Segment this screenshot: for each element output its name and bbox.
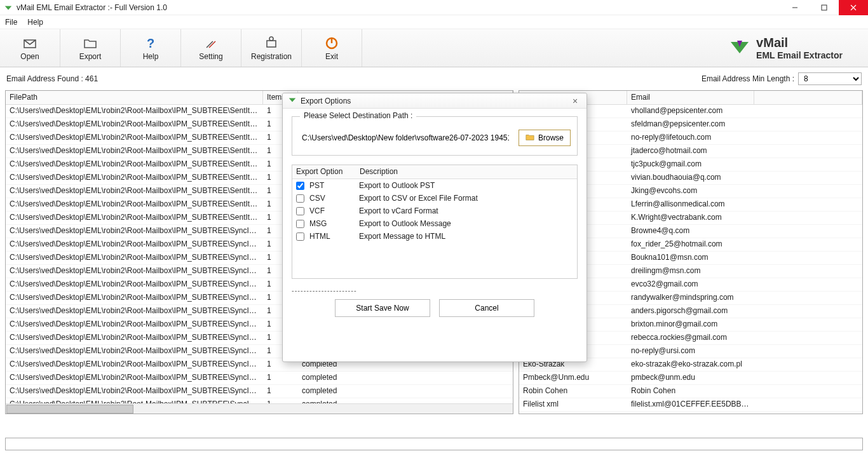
export-option-row[interactable]: CSVExport to CSV or Excel File Format xyxy=(292,192,577,205)
cell-email: sfeldman@pepsicenter.com xyxy=(627,118,754,131)
svg-marker-15 xyxy=(289,98,296,102)
export-option-checkbox[interactable] xyxy=(296,194,304,203)
export-option-desc: Export to Outlook PST xyxy=(359,181,435,190)
export-option-checkbox[interactable] xyxy=(296,220,304,228)
cell-email: K.Wright@vectrabank.com xyxy=(627,212,754,224)
folder-open-icon xyxy=(526,133,534,144)
dialog-app-icon xyxy=(288,95,297,106)
cell-filepath: C:\Users\ved\Desktop\EML\robin2\Root-Mai… xyxy=(6,292,263,304)
col-export-option: Export Option xyxy=(292,165,356,178)
tools-icon xyxy=(203,36,219,51)
col-email[interactable]: Email xyxy=(627,91,754,104)
cell-email: no-reply@ursi.com xyxy=(627,345,754,358)
dialog-title: Export Options xyxy=(301,97,351,105)
tool-registration[interactable]: Registration xyxy=(241,29,302,67)
cell-filepath: C:\Users\ved\Desktop\EML\robin2\Root-Mai… xyxy=(6,372,263,384)
table-row[interactable]: Robin CohenRobin Cohen xyxy=(519,385,862,398)
cell-filepath: C:\Users\ved\Desktop\EML\robin2\Root-Mai… xyxy=(6,198,263,211)
cell-filepath: C:\Users\ved\Desktop\EML\robin2\Root-Mai… xyxy=(6,212,263,224)
cell-email: rebecca.rockies@gmail.com xyxy=(627,332,754,344)
cell-filepath: C:\Users\ved\Desktop\EML\robin2\Root-Mai… xyxy=(6,332,263,344)
cell-filepath: C:\Users\ved\Desktop\EML\robin2\Root-Mai… xyxy=(6,345,263,358)
minimize-button[interactable] xyxy=(780,0,810,15)
col-filepath[interactable]: FilePath xyxy=(6,91,263,104)
tool-setting[interactable]: Setting xyxy=(181,29,241,67)
start-save-button[interactable]: Start Save Now xyxy=(335,299,430,317)
tool-registration-label: Registration xyxy=(251,52,292,61)
svg-rect-9 xyxy=(267,41,276,47)
cell-items: 1 xyxy=(263,385,298,398)
tool-export-label: Export xyxy=(79,52,102,61)
export-option-row[interactable]: HTMLExport Message to HTML xyxy=(292,230,577,243)
cell-email: no-reply@lifetouch.com xyxy=(627,131,754,144)
hscroll[interactable] xyxy=(6,403,513,414)
brand-icon xyxy=(728,36,751,60)
menu-file[interactable]: File xyxy=(5,18,17,27)
svg-text:?: ? xyxy=(147,36,154,50)
export-option-code: PST xyxy=(309,181,354,190)
register-icon xyxy=(264,36,279,51)
export-option-row[interactable]: MSGExport to Outlook Message xyxy=(292,217,577,230)
cell-filepath: C:\Users\ved\Desktop\EML\robin2\Root-Mai… xyxy=(6,318,263,331)
cell-filepath: C:\Users\ved\Desktop\EML\robin2\Root-Mai… xyxy=(6,238,263,251)
export-option-desc: Export Message to HTML xyxy=(359,232,445,241)
menu-help[interactable]: Help xyxy=(27,18,43,27)
brand-subtitle: EML Email Extractor xyxy=(756,50,843,60)
cell-filepath: C:\Users\ved\Desktop\EML\robin2\Root-Mai… xyxy=(6,145,263,158)
cell-email: jtaderco@hotmail.com xyxy=(627,145,754,158)
tool-open[interactable]: Open xyxy=(0,29,60,67)
tool-exit-label: Exit xyxy=(325,52,338,61)
toolbar: Open Export ? Help Setting Registration … xyxy=(0,29,868,67)
cell-email: filelist.xml@01CEFFEF.EE5DBBB0 xyxy=(627,398,754,411)
cancel-button[interactable]: Cancel xyxy=(439,299,534,317)
cell-name: Filelist xml xyxy=(519,398,627,411)
table-row[interactable]: Pmbeck@Unm.edupmbeck@unm.edu xyxy=(519,372,862,385)
svg-point-10 xyxy=(269,37,273,41)
cell-email: Boukna101@msn.com xyxy=(627,252,754,264)
tool-exit[interactable]: Exit xyxy=(302,29,362,67)
minlen-select[interactable]: 8 xyxy=(798,72,862,85)
progress-line: ---------------------- xyxy=(292,286,578,294)
folder-icon xyxy=(83,36,98,51)
cell-filepath: C:\Users\ved\Desktop\EML\robin2\Root-Mai… xyxy=(6,185,263,198)
browse-button[interactable]: Browse xyxy=(519,130,571,146)
col-description: Description xyxy=(356,165,577,178)
table-row[interactable]: C:\Users\ved\Desktop\EML\robin2\Root-Mai… xyxy=(6,372,513,385)
cell-email: randywalker@mindspring.com xyxy=(627,292,754,304)
dialog-close-button[interactable]: × xyxy=(569,96,581,106)
question-icon: ? xyxy=(143,36,158,51)
tool-help[interactable]: ? Help xyxy=(121,29,181,67)
export-option-checkbox[interactable] xyxy=(296,232,304,241)
cell-email: tjc3puck@gmail.com xyxy=(627,158,754,171)
titlebar: vMail EML Email Extractor :- Full Versio… xyxy=(0,0,868,15)
export-option-checkbox[interactable] xyxy=(296,182,304,190)
cell-filepath: C:\Users\ved\Desktop\EML\robin2\Root-Mai… xyxy=(6,158,263,171)
export-option-row[interactable]: PSTExport to Outlook PST xyxy=(292,179,577,192)
cell-status: completed xyxy=(298,372,513,384)
export-option-code: CSV xyxy=(309,194,354,203)
close-button[interactable] xyxy=(839,0,868,15)
app-icon xyxy=(4,3,13,12)
cell-filepath: C:\Users\ved\Desktop\EML\robin2\Root-Mai… xyxy=(6,265,263,278)
export-option-code: HTML xyxy=(309,232,354,241)
export-option-row[interactable]: VCFExport to vCard Format xyxy=(292,205,577,217)
table-row[interactable]: Filelist xmlfilelist.xml@01CEFFEF.EE5DBB… xyxy=(519,398,862,412)
found-label: Email Address Found : 461 xyxy=(6,74,98,83)
maximize-button[interactable] xyxy=(810,0,839,15)
dest-groupbox: Please Select Destination Path : Browse xyxy=(292,116,578,156)
cell-email: vholland@pepsicenter.com xyxy=(627,105,754,118)
export-option-checkbox[interactable] xyxy=(296,207,304,215)
dest-path-input[interactable] xyxy=(299,131,512,145)
cell-email: fox_rider_25@hotmail.com xyxy=(627,238,754,251)
cell-email: Lferrin@allisonmedical.com xyxy=(627,198,754,211)
export-option-desc: Export to CSV or Excel File Format xyxy=(359,194,478,203)
table-row[interactable]: C:\Users\ved\Desktop\EML\robin2\Root-Mai… xyxy=(6,385,513,398)
tool-setting-label: Setting xyxy=(199,52,222,61)
menubar: File Help xyxy=(0,15,868,29)
cell-filepath: C:\Users\ved\Desktop\EML\robin2\Root-Mai… xyxy=(6,278,263,291)
cell-filepath: C:\Users\ved\Desktop\EML\robin2\Root-Mai… xyxy=(6,105,263,118)
browse-label: Browse xyxy=(538,133,564,142)
tool-open-label: Open xyxy=(20,52,39,61)
tool-export[interactable]: Export xyxy=(60,29,121,67)
cell-filepath: C:\Users\ved\Desktop\EML\robin2\Root-Mai… xyxy=(6,358,263,371)
